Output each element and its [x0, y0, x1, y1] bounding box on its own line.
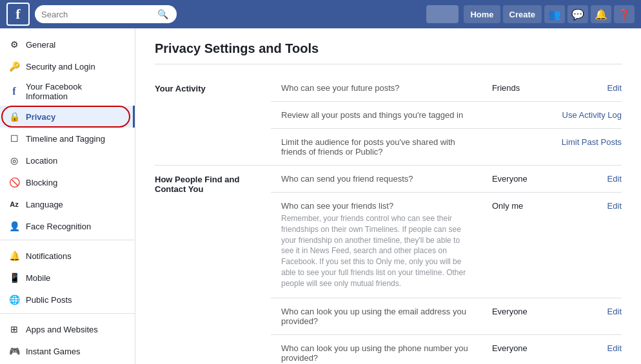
sidebar-item-timeline-tagging[interactable]: ☐ Timeline and Tagging — [0, 128, 135, 149]
sidebar-item-security-login[interactable]: 🔑 Security and Login — [0, 55, 135, 77]
games-icon: 🎮 — [8, 345, 21, 358]
sidebar-item-face-recognition[interactable]: 👤 Face Recognition — [0, 215, 135, 237]
find-contact-section: How People Find and Contact You Who can … — [155, 166, 622, 193]
friends-list-note: Remember, your friends control who can s… — [281, 213, 471, 289]
question-email-lookup: Who can look you up using the email addr… — [271, 298, 482, 334]
edit-phone-lookup-link[interactable]: Edit — [607, 343, 622, 353]
value-email-lookup: Everyone — [482, 298, 545, 334]
action-friends-list[interactable]: Edit — [545, 193, 622, 298]
sidebar: ⚙ General 🔑 Security and Login f Your Fa… — [0, 28, 135, 364]
apps-icon: ⊞ — [8, 323, 21, 336]
question-phone-lookup: Who can look you up using the phone numb… — [271, 334, 482, 364]
question-future-posts: Who can see your future posts? — [271, 75, 482, 102]
location-icon: ◎ — [8, 154, 21, 167]
facebook-info-icon: f — [8, 85, 21, 98]
home-button[interactable]: Home — [464, 5, 500, 23]
sidebar-label: Notifications — [26, 251, 127, 261]
page-title: Privacy Settings and Tools — [155, 41, 622, 64]
sidebar-label: Public Posts — [26, 295, 127, 305]
limit-past-posts-link[interactable]: Limit Past Posts — [562, 137, 622, 147]
your-activity-section: Your Activity Who can see your future po… — [155, 75, 622, 102]
search-icon: 🔍 — [157, 9, 168, 19]
sidebar-item-blocking[interactable]: 🚫 Blocking — [0, 171, 135, 193]
sidebar-item-language[interactable]: Az Language — [0, 193, 135, 215]
mobile-icon: 📱 — [8, 271, 21, 284]
action-email-lookup[interactable]: Edit — [545, 298, 622, 334]
edit-email-lookup-link[interactable]: Edit — [607, 307, 622, 316]
sidebar-item-instant-games[interactable]: 🎮 Instant Games — [0, 340, 135, 362]
sidebar-label: Instant Games — [26, 347, 127, 356]
value-future-posts: Friends — [482, 75, 545, 102]
value-friend-requests: Everyone — [482, 166, 545, 193]
action-activity-log[interactable]: Use Activity Log — [545, 102, 622, 129]
privacy-icon: 🔒 — [8, 110, 21, 123]
sidebar-label: Privacy — [26, 112, 127, 122]
edit-friend-requests-link[interactable]: Edit — [607, 174, 622, 184]
sidebar-item-facebook-info[interactable]: f Your FacebookInformation — [0, 77, 135, 106]
language-icon: Az — [8, 198, 21, 211]
help-icon[interactable]: ❓ — [614, 5, 635, 23]
question-limit-past-posts: Limit the audience for posts you've shar… — [271, 129, 482, 166]
top-navigation: f 🔍 Home Create 👥 💬 🔔 ❓ — [0, 0, 641, 28]
action-future-posts[interactable]: Edit — [545, 75, 622, 102]
search-bar[interactable]: 🔍 — [35, 5, 177, 23]
action-limit-past-posts[interactable]: Limit Past Posts — [545, 129, 622, 166]
user-avatar[interactable] — [426, 5, 459, 23]
sidebar-label: Face Recognition — [26, 222, 127, 231]
facebook-logo: f — [6, 3, 30, 26]
gear-icon: ⚙ — [8, 38, 21, 51]
sidebar-label: Timeline and Tagging — [26, 134, 127, 144]
value-phone-lookup: Everyone — [482, 334, 545, 364]
notifications-icon[interactable]: 🔔 — [591, 5, 611, 23]
blocking-icon: 🚫 — [8, 176, 21, 189]
edit-future-posts-link[interactable]: Edit — [607, 83, 622, 93]
question-friends-list: Who can see your friends list? Remember,… — [271, 193, 482, 298]
question-activity-log: Review all your posts and things you're … — [271, 102, 482, 129]
sidebar-label: Mobile — [26, 273, 127, 283]
use-activity-log-link[interactable]: Use Activity Log — [562, 110, 622, 120]
sidebar-label: Security and Login — [26, 62, 127, 72]
sidebar-label: Apps and Websites — [26, 325, 127, 334]
value-activity-log — [482, 102, 545, 129]
sidebar-item-location[interactable]: ◎ Location — [0, 149, 135, 171]
face-recognition-icon: 👤 — [8, 220, 21, 233]
action-phone-lookup[interactable]: Edit — [545, 334, 622, 364]
sidebar-label: Language — [26, 200, 127, 209]
sidebar-label: Blocking — [26, 178, 127, 187]
sidebar-item-privacy[interactable]: 🔒 Privacy — [0, 106, 135, 128]
edit-friends-list-link[interactable]: Edit — [607, 201, 622, 211]
topnav-right: Home Create 👥 💬 🔔 ❓ — [426, 5, 635, 23]
messenger-icon[interactable]: 💬 — [567, 5, 588, 23]
public-posts-icon: 🌐 — [8, 293, 21, 306]
question-friend-requests: Who can send you friend requests? — [271, 166, 482, 193]
sidebar-label: Location — [26, 156, 127, 166]
section-header-your-activity: Your Activity — [155, 75, 271, 166]
lock-icon: 🔑 — [8, 60, 21, 73]
sidebar-item-public-posts[interactable]: 🌐 Public Posts — [0, 289, 135, 311]
sidebar-label: Your FacebookInformation — [26, 82, 127, 101]
timeline-icon: ☐ — [8, 132, 21, 145]
search-input[interactable] — [41, 10, 157, 19]
sidebar-label: General — [26, 40, 127, 50]
sidebar-item-notifications[interactable]: 🔔 Notifications — [0, 245, 135, 267]
value-friends-list: Only me — [482, 193, 545, 298]
sidebar-item-mobile[interactable]: 📱 Mobile — [0, 267, 135, 289]
sidebar-item-apps-websites[interactable]: ⊞ Apps and Websites — [0, 318, 135, 340]
notifications-bell-icon: 🔔 — [8, 249, 21, 262]
section-header-find-contact: How People Find and Contact You — [155, 166, 271, 365]
friends-icon[interactable]: 👥 — [544, 5, 565, 23]
create-button[interactable]: Create — [503, 5, 542, 23]
sidebar-item-general[interactable]: ⚙ General — [0, 34, 135, 55]
value-limit-past-posts — [482, 129, 545, 166]
main-content: Privacy Settings and Tools Your Activity… — [135, 28, 641, 364]
action-friend-requests[interactable]: Edit — [545, 166, 622, 193]
settings-table: Your Activity Who can see your future po… — [155, 75, 622, 364]
